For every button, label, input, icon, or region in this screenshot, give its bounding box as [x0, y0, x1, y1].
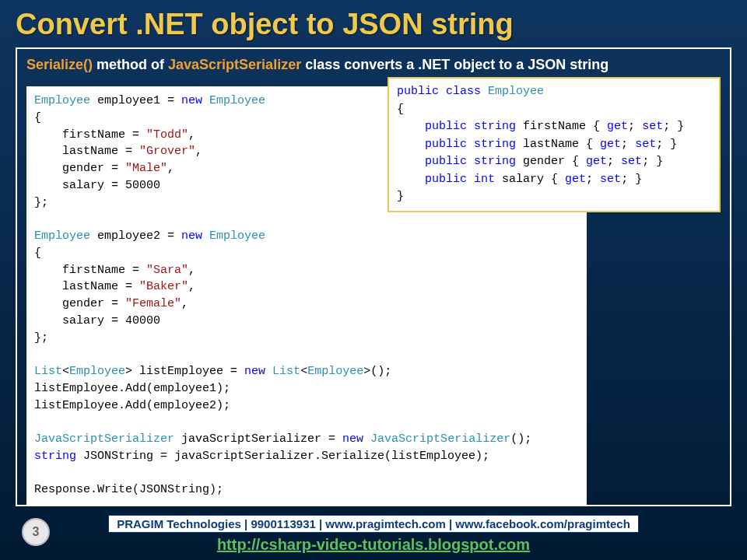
- code-token: "Male": [125, 162, 167, 175]
- code-token: string: [34, 450, 76, 463]
- code-token: [467, 173, 474, 186]
- code-token: get: [607, 120, 628, 133]
- subtitle-seg4: class converts a .NET object to a JSON s…: [301, 57, 608, 72]
- code-token: [202, 94, 209, 107]
- code-token: set: [635, 138, 656, 151]
- code-token: ; }: [621, 173, 642, 186]
- code-token: set: [642, 120, 663, 133]
- content-box: Serialize() method of JavaScriptSerializ…: [16, 47, 731, 506]
- code-token: ,: [188, 264, 195, 277]
- slide-title: Convert .NET object to JSON string: [0, 0, 747, 47]
- code-token: {: [397, 103, 404, 116]
- code-token: new: [181, 229, 202, 243]
- code-token: Employee: [209, 229, 265, 243]
- code-token: [467, 138, 474, 151]
- code-token: ;: [586, 173, 600, 186]
- code-token: public: [425, 155, 467, 168]
- code-token: class: [446, 85, 481, 98]
- code-token: get: [600, 138, 621, 151]
- code-token: "Baker": [139, 280, 188, 293]
- code-token: lastName =: [34, 280, 139, 293]
- code-token: [481, 85, 488, 98]
- code-token: new: [181, 94, 202, 107]
- code-token: set: [600, 173, 621, 186]
- code-token: get: [565, 173, 586, 186]
- code-token: Employee: [34, 94, 90, 107]
- code-token: ;: [607, 155, 621, 168]
- subtitle-seg3: JavaScriptSerializer: [168, 57, 301, 72]
- code-token: firstName =: [34, 264, 146, 277]
- code-token: gender =: [34, 297, 125, 310]
- code-token: Response.Write(JSONString);: [34, 483, 223, 496]
- code-token: <: [62, 365, 69, 378]
- code-token: firstName =: [34, 128, 146, 142]
- code-token: employee1 =: [90, 94, 181, 107]
- code-token: > listEmployee =: [125, 365, 244, 378]
- code-token: firstName {: [516, 120, 607, 133]
- code-token: get: [586, 155, 607, 168]
- code-block-class: public class Employee { public string fi…: [388, 77, 721, 212]
- code-token: salary {: [495, 173, 565, 186]
- code-token: Employee: [69, 365, 125, 378]
- code-token: ;: [628, 120, 642, 133]
- code-token: [397, 120, 425, 133]
- code-token: "Sara": [146, 264, 188, 277]
- footer-link[interactable]: http://csharp-video-tutorials.blogspot.c…: [217, 536, 530, 553]
- code-token: Employee: [34, 229, 90, 243]
- code-token: salary = 40000: [34, 314, 160, 327]
- code-token: string: [474, 138, 516, 151]
- code-token: employee2 =: [90, 229, 181, 243]
- subtitle-seg1: Serialize(): [26, 57, 93, 72]
- code-token: new: [342, 432, 363, 446]
- footer: PRAGIM Technologies | 9900113931 | www.p…: [0, 515, 747, 554]
- footer-info: PRAGIM Technologies | 9900113931 | www.p…: [108, 515, 639, 533]
- code-token: "Todd": [146, 128, 188, 142]
- code-token: [363, 432, 370, 446]
- code-token: "Female": [125, 297, 181, 310]
- code-token: listEmployee.Add(employee2);: [34, 399, 230, 412]
- code-token: {: [34, 247, 41, 260]
- code-token: [439, 85, 446, 98]
- code-token: ,: [167, 162, 174, 175]
- code-token: ,: [195, 145, 202, 158]
- code-token: string: [474, 155, 516, 168]
- code-token: }: [397, 190, 404, 203]
- code-token: public: [397, 85, 439, 98]
- code-token: ,: [181, 297, 188, 310]
- code-token: [467, 120, 474, 133]
- code-token: ,: [188, 128, 195, 142]
- code-token: [397, 173, 425, 186]
- code-token: Employee: [307, 365, 363, 378]
- code-token: "Grover": [139, 145, 195, 158]
- code-token: set: [621, 155, 642, 168]
- code-token: JavaScriptSerializer: [370, 432, 510, 446]
- code-token: JavaScriptSerializer: [34, 432, 174, 446]
- code-token: [397, 155, 425, 168]
- code-token: lastName =: [34, 145, 139, 158]
- code-token: ; }: [642, 155, 663, 168]
- code-token: salary = 50000: [34, 179, 160, 192]
- code-token: JSONString = javaScriptSerializer.Serial…: [76, 450, 489, 463]
- code-token: gender =: [34, 162, 125, 175]
- subtitle-seg2: method of: [93, 57, 168, 72]
- code-token: string: [474, 120, 516, 133]
- code-token: javaScriptSerializer =: [174, 432, 342, 446]
- code-token: public: [425, 173, 467, 186]
- code-token: {: [34, 111, 41, 124]
- code-token: gender {: [516, 155, 586, 168]
- code-token: List: [34, 365, 62, 378]
- code-token: ; }: [656, 138, 677, 151]
- code-token: ,: [188, 280, 195, 293]
- code-token: Employee: [488, 85, 544, 98]
- code-token: listEmployee.Add(employee1);: [34, 382, 230, 395]
- code-token: [265, 365, 272, 378]
- code-token: ;: [621, 138, 635, 151]
- code-token: int: [474, 173, 495, 186]
- code-token: [202, 229, 209, 243]
- code-token: <: [300, 365, 307, 378]
- code-token: };: [34, 196, 48, 209]
- code-token: ; }: [663, 120, 684, 133]
- code-token: [467, 155, 474, 168]
- code-token: [397, 138, 425, 151]
- code-token: lastName {: [516, 138, 600, 151]
